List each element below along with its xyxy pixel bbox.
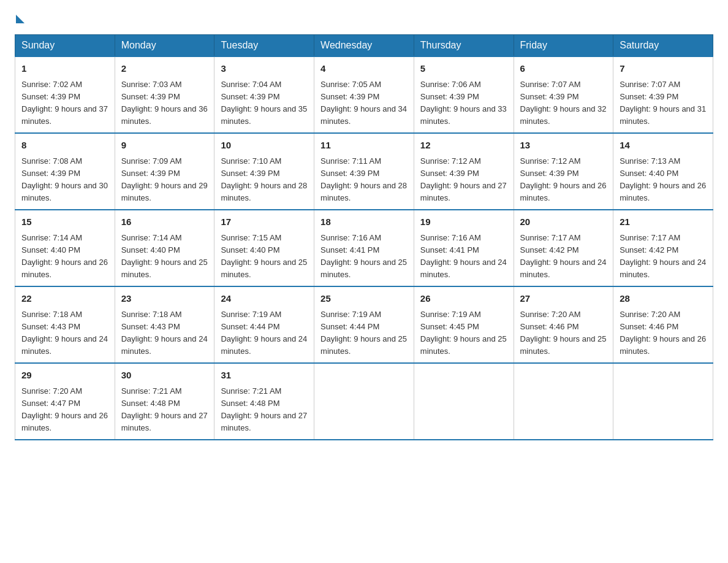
day-info: Sunrise: 7:21 AMSunset: 4:48 PMDaylight:… bbox=[221, 386, 307, 432]
day-info: Sunrise: 7:18 AMSunset: 4:43 PMDaylight:… bbox=[121, 310, 208, 356]
day-info: Sunrise: 7:06 AMSunset: 4:39 PMDaylight:… bbox=[420, 80, 507, 126]
day-info: Sunrise: 7:20 AMSunset: 4:46 PMDaylight:… bbox=[620, 310, 706, 356]
day-number: 10 bbox=[221, 139, 308, 153]
calendar-cell bbox=[314, 363, 414, 440]
header-friday: Friday bbox=[514, 35, 613, 57]
day-number: 6 bbox=[520, 62, 607, 76]
calendar-cell: 31 Sunrise: 7:21 AMSunset: 4:48 PMDaylig… bbox=[214, 363, 314, 440]
day-info: Sunrise: 7:11 AMSunset: 4:39 PMDaylight:… bbox=[320, 156, 407, 202]
calendar-cell: 15 Sunrise: 7:14 AMSunset: 4:40 PMDaylig… bbox=[15, 210, 115, 286]
calendar-cell bbox=[613, 363, 713, 440]
calendar-cell: 21 Sunrise: 7:17 AMSunset: 4:42 PMDaylig… bbox=[613, 210, 713, 286]
day-number: 18 bbox=[320, 215, 408, 229]
calendar-cell: 18 Sunrise: 7:16 AMSunset: 4:41 PMDaylig… bbox=[314, 210, 414, 286]
calendar-cell: 20 Sunrise: 7:17 AMSunset: 4:42 PMDaylig… bbox=[514, 210, 613, 286]
calendar-cell: 10 Sunrise: 7:10 AMSunset: 4:39 PMDaylig… bbox=[214, 133, 314, 210]
header-sunday: Sunday bbox=[15, 35, 115, 57]
day-number: 21 bbox=[620, 215, 707, 229]
day-number: 26 bbox=[420, 292, 507, 306]
day-number: 17 bbox=[221, 215, 308, 229]
day-number: 8 bbox=[21, 139, 108, 153]
logo bbox=[15, 15, 25, 25]
calendar-week-row: 8 Sunrise: 7:08 AMSunset: 4:39 PMDayligh… bbox=[15, 133, 713, 210]
calendar-table: SundayMondayTuesdayWednesdayThursdayFrid… bbox=[15, 34, 713, 440]
day-number: 12 bbox=[420, 139, 507, 153]
day-number: 1 bbox=[21, 62, 108, 76]
calendar-cell: 24 Sunrise: 7:19 AMSunset: 4:44 PMDaylig… bbox=[214, 286, 314, 363]
day-info: Sunrise: 7:19 AMSunset: 4:45 PMDaylight:… bbox=[420, 310, 507, 356]
calendar-cell: 29 Sunrise: 7:20 AMSunset: 4:47 PMDaylig… bbox=[15, 363, 115, 440]
day-info: Sunrise: 7:14 AMSunset: 4:40 PMDaylight:… bbox=[21, 233, 108, 279]
day-info: Sunrise: 7:04 AMSunset: 4:39 PMDaylight:… bbox=[221, 80, 307, 126]
day-info: Sunrise: 7:07 AMSunset: 4:39 PMDaylight:… bbox=[520, 80, 607, 126]
day-info: Sunrise: 7:07 AMSunset: 4:39 PMDaylight:… bbox=[620, 80, 706, 126]
calendar-cell: 16 Sunrise: 7:14 AMSunset: 4:40 PMDaylig… bbox=[115, 210, 214, 286]
day-number: 31 bbox=[221, 369, 308, 383]
calendar-cell: 11 Sunrise: 7:11 AMSunset: 4:39 PMDaylig… bbox=[314, 133, 414, 210]
calendar-cell: 27 Sunrise: 7:20 AMSunset: 4:46 PMDaylig… bbox=[514, 286, 613, 363]
header-saturday: Saturday bbox=[613, 35, 713, 57]
calendar-cell bbox=[414, 363, 514, 440]
calendar-cell: 30 Sunrise: 7:21 AMSunset: 4:48 PMDaylig… bbox=[115, 363, 214, 440]
calendar-cell: 4 Sunrise: 7:05 AMSunset: 4:39 PMDayligh… bbox=[314, 56, 414, 133]
calendar-cell bbox=[514, 363, 613, 440]
calendar-header-row: SundayMondayTuesdayWednesdayThursdayFrid… bbox=[15, 35, 713, 57]
calendar-cell: 6 Sunrise: 7:07 AMSunset: 4:39 PMDayligh… bbox=[514, 56, 613, 133]
day-number: 13 bbox=[520, 139, 607, 153]
day-info: Sunrise: 7:14 AMSunset: 4:40 PMDaylight:… bbox=[121, 233, 208, 279]
day-number: 2 bbox=[121, 62, 208, 76]
day-info: Sunrise: 7:09 AMSunset: 4:39 PMDaylight:… bbox=[121, 156, 208, 202]
day-number: 25 bbox=[320, 292, 408, 306]
day-info: Sunrise: 7:17 AMSunset: 4:42 PMDaylight:… bbox=[520, 233, 607, 279]
calendar-cell: 12 Sunrise: 7:12 AMSunset: 4:39 PMDaylig… bbox=[414, 133, 514, 210]
calendar-week-row: 1 Sunrise: 7:02 AMSunset: 4:39 PMDayligh… bbox=[15, 56, 713, 133]
calendar-cell: 1 Sunrise: 7:02 AMSunset: 4:39 PMDayligh… bbox=[15, 56, 115, 133]
calendar-cell: 28 Sunrise: 7:20 AMSunset: 4:46 PMDaylig… bbox=[613, 286, 713, 363]
day-number: 9 bbox=[121, 139, 208, 153]
day-info: Sunrise: 7:18 AMSunset: 4:43 PMDaylight:… bbox=[21, 310, 108, 356]
day-info: Sunrise: 7:17 AMSunset: 4:42 PMDaylight:… bbox=[620, 233, 706, 279]
day-info: Sunrise: 7:20 AMSunset: 4:47 PMDaylight:… bbox=[21, 386, 108, 432]
day-info: Sunrise: 7:12 AMSunset: 4:39 PMDaylight:… bbox=[520, 156, 607, 202]
day-number: 24 bbox=[221, 292, 308, 306]
calendar-week-row: 22 Sunrise: 7:18 AMSunset: 4:43 PMDaylig… bbox=[15, 286, 713, 363]
day-number: 23 bbox=[121, 292, 208, 306]
day-info: Sunrise: 7:20 AMSunset: 4:46 PMDaylight:… bbox=[520, 310, 607, 356]
day-number: 30 bbox=[121, 369, 208, 383]
day-info: Sunrise: 7:12 AMSunset: 4:39 PMDaylight:… bbox=[420, 156, 507, 202]
day-info: Sunrise: 7:15 AMSunset: 4:40 PMDaylight:… bbox=[221, 233, 307, 279]
day-info: Sunrise: 7:08 AMSunset: 4:39 PMDaylight:… bbox=[21, 156, 108, 202]
calendar-cell: 17 Sunrise: 7:15 AMSunset: 4:40 PMDaylig… bbox=[214, 210, 314, 286]
day-info: Sunrise: 7:10 AMSunset: 4:39 PMDaylight:… bbox=[221, 156, 307, 202]
day-number: 11 bbox=[320, 139, 408, 153]
calendar-cell: 3 Sunrise: 7:04 AMSunset: 4:39 PMDayligh… bbox=[214, 56, 314, 133]
page-header bbox=[15, 15, 713, 25]
day-number: 3 bbox=[221, 62, 308, 76]
day-number: 28 bbox=[620, 292, 707, 306]
logo-arrow-icon bbox=[16, 15, 25, 23]
calendar-cell: 9 Sunrise: 7:09 AMSunset: 4:39 PMDayligh… bbox=[115, 133, 214, 210]
day-number: 5 bbox=[420, 62, 507, 76]
calendar-cell: 7 Sunrise: 7:07 AMSunset: 4:39 PMDayligh… bbox=[613, 56, 713, 133]
day-info: Sunrise: 7:16 AMSunset: 4:41 PMDaylight:… bbox=[420, 233, 507, 279]
calendar-cell: 2 Sunrise: 7:03 AMSunset: 4:39 PMDayligh… bbox=[115, 56, 214, 133]
calendar-cell: 19 Sunrise: 7:16 AMSunset: 4:41 PMDaylig… bbox=[414, 210, 514, 286]
header-tuesday: Tuesday bbox=[214, 35, 314, 57]
calendar-cell: 26 Sunrise: 7:19 AMSunset: 4:45 PMDaylig… bbox=[414, 286, 514, 363]
day-number: 27 bbox=[520, 292, 607, 306]
day-number: 22 bbox=[21, 292, 108, 306]
calendar-week-row: 29 Sunrise: 7:20 AMSunset: 4:47 PMDaylig… bbox=[15, 363, 713, 440]
day-info: Sunrise: 7:21 AMSunset: 4:48 PMDaylight:… bbox=[121, 386, 208, 432]
calendar-week-row: 15 Sunrise: 7:14 AMSunset: 4:40 PMDaylig… bbox=[15, 210, 713, 286]
day-info: Sunrise: 7:16 AMSunset: 4:41 PMDaylight:… bbox=[320, 233, 407, 279]
calendar-cell: 22 Sunrise: 7:18 AMSunset: 4:43 PMDaylig… bbox=[15, 286, 115, 363]
day-info: Sunrise: 7:03 AMSunset: 4:39 PMDaylight:… bbox=[121, 80, 208, 126]
day-number: 14 bbox=[620, 139, 707, 153]
day-info: Sunrise: 7:19 AMSunset: 4:44 PMDaylight:… bbox=[320, 310, 407, 356]
day-info: Sunrise: 7:05 AMSunset: 4:39 PMDaylight:… bbox=[320, 80, 407, 126]
calendar-cell: 23 Sunrise: 7:18 AMSunset: 4:43 PMDaylig… bbox=[115, 286, 214, 363]
day-number: 7 bbox=[620, 62, 707, 76]
day-number: 19 bbox=[420, 215, 507, 229]
calendar-cell: 13 Sunrise: 7:12 AMSunset: 4:39 PMDaylig… bbox=[514, 133, 613, 210]
day-info: Sunrise: 7:19 AMSunset: 4:44 PMDaylight:… bbox=[221, 310, 307, 356]
